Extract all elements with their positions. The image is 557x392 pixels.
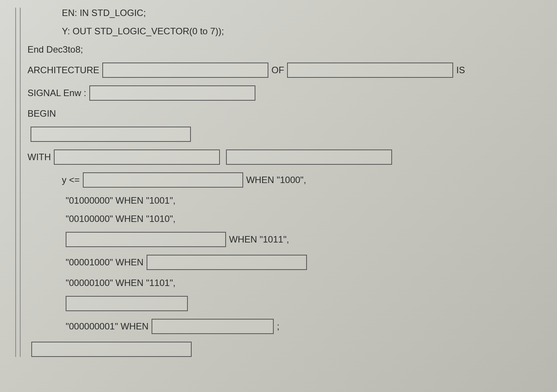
- code-text: OF: [271, 65, 284, 76]
- blank-entity-name[interactable]: [287, 63, 453, 78]
- code-text: "00001000" WHEN: [66, 257, 144, 268]
- code-line: EN: IN STD_LOGIC;: [27, 8, 542, 18]
- code-line: SIGNAL Enw :: [27, 85, 542, 101]
- blank-condition-others[interactable]: [152, 319, 274, 334]
- blank-condition-00001000[interactable]: [147, 255, 307, 270]
- code-line: "00100000" WHEN "1010",: [27, 214, 542, 224]
- code-line: "00001000" WHEN: [27, 255, 542, 270]
- code-line: [27, 296, 542, 311]
- code-text: ;: [277, 321, 279, 332]
- code-line: End Dec3to8;: [27, 44, 542, 55]
- blank-assignment[interactable]: [31, 127, 191, 142]
- code-line: [27, 342, 542, 357]
- blank-signal-type[interactable]: [89, 85, 255, 101]
- code-text: Y: OUT STD_LOGIC_VECTOR(0 to 7));: [62, 26, 224, 37]
- code-text: IS: [456, 65, 465, 76]
- code-text: "01000000" WHEN "1001",: [66, 195, 176, 206]
- code-text: End Dec3to8;: [27, 44, 83, 55]
- code-line: WITH: [27, 149, 542, 165]
- code-worksheet: EN: IN STD_LOGIC; Y: OUT STD_LOGIC_VECTO…: [15, 8, 542, 357]
- code-text: "00000100" WHEN "1101",: [66, 278, 176, 288]
- code-text: WITH: [27, 152, 51, 162]
- blank-with-expr[interactable]: [54, 149, 220, 165]
- code-line: WHEN "1011",: [27, 232, 542, 247]
- code-text: WHEN "1000",: [246, 175, 306, 185]
- code-line: BEGIN: [27, 108, 542, 119]
- code-line: "000000001" WHEN ;: [27, 319, 542, 334]
- margin-line: [20, 8, 21, 357]
- blank-value-1011[interactable]: [66, 232, 226, 247]
- code-line: [27, 127, 542, 142]
- code-text: ARCHITECTURE: [27, 65, 99, 76]
- code-text: "000000001" WHEN: [66, 321, 149, 332]
- blank-select[interactable]: [226, 149, 392, 165]
- code-text: WHEN "1011",: [229, 234, 289, 245]
- code-line: ARCHITECTURE OF IS: [27, 63, 542, 78]
- blank-end[interactable]: [31, 342, 192, 357]
- code-text: "00100000" WHEN "1010",: [66, 214, 176, 224]
- code-text: y <=: [62, 175, 80, 185]
- code-line: y <= WHEN "1000",: [27, 172, 542, 188]
- code-text: BEGIN: [27, 108, 56, 119]
- code-text: SIGNAL Enw :: [27, 88, 86, 98]
- blank-line-1110[interactable]: [66, 296, 188, 311]
- code-line: "00000100" WHEN "1101",: [27, 278, 542, 288]
- code-text: EN: IN STD_LOGIC;: [62, 8, 146, 18]
- code-line: "01000000" WHEN "1001",: [27, 195, 542, 206]
- blank-architecture-name[interactable]: [102, 63, 268, 78]
- blank-value-1000[interactable]: [83, 172, 243, 188]
- code-line: Y: OUT STD_LOGIC_VECTOR(0 to 7));: [27, 26, 542, 37]
